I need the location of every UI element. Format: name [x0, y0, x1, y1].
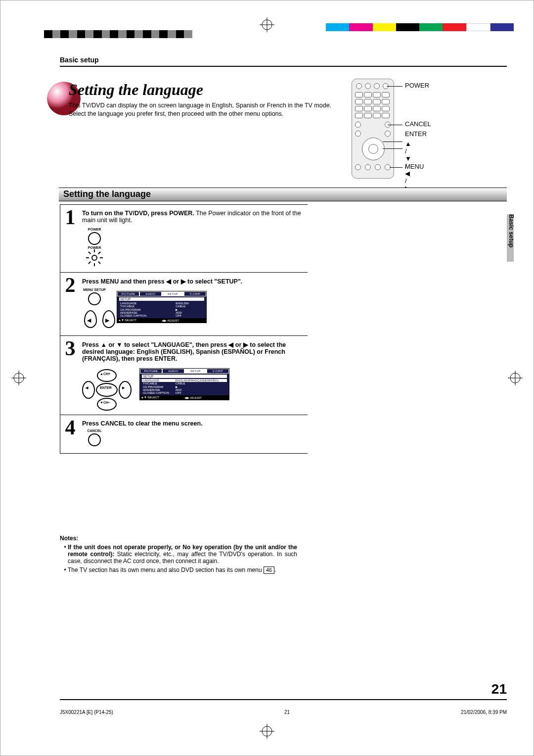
remote-label-enter: ENTER [405, 130, 427, 138]
osd-header: SETUP [119, 297, 204, 301]
osd-rows: LANGUAGEENGLISH TV/CABLECABLE CH PROGRAM… [119, 302, 204, 317]
step-3-bold: Press ▲ or ▼ to select "LANGUAGE", then … [82, 341, 286, 362]
osd-footer: ▲▼:SELECT [141, 396, 184, 399]
power-button-label: POWER [82, 228, 107, 231]
osd-footer: ◀▶:ADJUST [184, 396, 228, 399]
steps-container: 1 To turn on the TV/DVD, press POWER. Th… [60, 204, 308, 454]
crop-mark-bottom [260, 724, 274, 739]
power-led-icon [89, 252, 100, 263]
page-ref-box: 46 [264, 567, 274, 574]
osd-language-menu: PICTUREAUDIOSETUPV-CHIP SETUP LANGUAGEEN… [139, 368, 229, 400]
footer-right: 21/02/2006, 8:39 PM [461, 709, 507, 715]
note-2-text: The TV section has its own menu and also… [68, 567, 264, 573]
osd-tab: PICTURE [117, 291, 139, 296]
header-rule [60, 66, 507, 67]
registration-color-strip [326, 23, 514, 31]
osd-footer: ▲▼:SELECT [118, 319, 162, 322]
dpad-down: ▼CH− [100, 401, 110, 404]
osd-tab: V-CHIP [207, 369, 229, 374]
step-3: 3 Press ▲ or ▼ to select "LANGUAGE", the… [60, 335, 308, 415]
page-number: 21 [491, 681, 507, 697]
note-2-period: . [274, 567, 276, 573]
remote-diagram: POWER CANCEL ENTER ▲ / ▼ / ◀ / ▶ MENU [352, 79, 394, 179]
step-number: 2 [60, 273, 80, 335]
crop-mark-right [508, 371, 523, 385]
dpad-enter: ENTER [100, 386, 112, 389]
step-4-bold: Press CANCEL to clear the menu screen. [82, 420, 203, 427]
step-4: 4 Press CANCEL to clear the menu screen.… [60, 415, 308, 453]
osd-footer: ◀▶:ADJUST [162, 319, 205, 322]
dpad-icon: ▲CH+ ▼CH− ENTER ◀ ▶ [82, 369, 130, 409]
crop-mark-top [260, 17, 274, 32]
osd-tab: V-CHIP [184, 291, 206, 296]
footer-center: 21 [284, 709, 290, 715]
step-number: 4 [60, 415, 80, 453]
step-number: 1 [60, 205, 80, 272]
note-1: If the unit does not operate properly, o… [68, 544, 297, 565]
dpad-up: ▲CH+ [100, 372, 110, 376]
section-header: Basic setup [60, 56, 99, 64]
footer-left: J5X00221A [E] (P14-25) [60, 709, 113, 715]
crop-mark-left [11, 371, 26, 385]
osd-tab: SETUP [162, 291, 184, 296]
dpad-left: ◀ [86, 386, 88, 390]
notes-header: Notes: [60, 535, 297, 542]
remote-label-menu: MENU [405, 163, 424, 170]
step-1-bold: To turn on the TV/DVD, press POWER. [82, 210, 194, 217]
menu-button-label: MENU SETUP [82, 288, 107, 291]
osd-header: SETUP [142, 375, 227, 378]
intro-p2: Select the language you prefer first, th… [69, 110, 341, 118]
cancel-button-icon [88, 433, 101, 446]
print-footer: J5X00221A [E] (P14-25) 21 21/02/2006, 8:… [60, 709, 507, 715]
osd-rows: LANGUAGEENGLISH/FRANÇAIS/ESPAÑOL TV/CABL… [142, 379, 227, 394]
osd-tab: SETUP [184, 369, 207, 374]
osd-tab: AUDIO [139, 291, 162, 296]
intro-p1: This TV/DVD can display the on screen la… [69, 101, 341, 110]
osd-tab: PICTURE [140, 369, 162, 374]
right-arrow-icon: ▶ [102, 310, 115, 328]
left-arrow-icon: ◀ [84, 310, 97, 328]
page-title: Setting the language [69, 81, 203, 99]
osd-tab: AUDIO [162, 369, 184, 374]
step-1: 1 To turn on the TV/DVD, press POWER. Th… [60, 204, 308, 272]
remote-label-power: POWER [405, 82, 429, 89]
remote-label-cancel: CANCEL [405, 120, 431, 128]
step-2: 2 Press MENU and then press ◀ or ▶ to se… [60, 272, 308, 335]
notes-section: Notes: If the unit does not operate prop… [60, 535, 297, 576]
thumb-tab: Basic setup [507, 214, 514, 262]
cancel-button-label: CANCEL [82, 429, 107, 432]
osd-setup-menu: PICTUREAUDIOSETUPV-CHIP SETUP LANGUAGEEN… [117, 291, 207, 323]
menu-button-icon [88, 292, 101, 305]
manual-page: Basic setup Setting the language This TV… [0, 0, 534, 756]
power-indicator-label: POWER [82, 246, 107, 249]
dpad-right: ▶ [122, 386, 125, 390]
section-bar-title: Setting the language [63, 188, 151, 200]
step-2-bold: Press MENU and then press ◀ or ▶ to sele… [82, 278, 242, 285]
thumb-tab-label: Basic setup [508, 214, 515, 247]
power-button-icon [88, 232, 101, 245]
note-2: The TV section has its own menu and also… [68, 567, 297, 574]
step-number: 3 [60, 336, 80, 415]
footer-rule [60, 699, 507, 700]
intro-text: This TV/DVD can display the on screen la… [69, 101, 341, 118]
